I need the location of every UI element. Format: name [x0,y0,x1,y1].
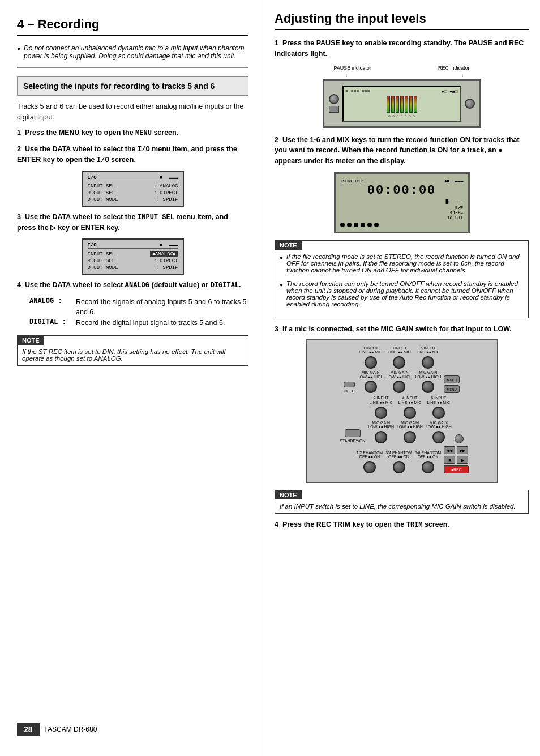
screen-1: I/O ■ ▬▬▬ INPUT SEL : ANALOG R.OUT SEL :… [82,171,184,207]
input3-label: 5 INPUTLINE ●● MIC [417,346,440,354]
pause-arrow: ↓ [345,72,348,78]
right-step-1: 1 Press the PAUSE key to enable recordin… [275,38,529,128]
lcd-scene-info: ≡ ≡≡≡ ≡≡≡ [346,89,370,94]
panel-col-nav [455,434,464,443]
big-lcd-display: TSCN00131 ●■ ▬▬▬ 00:00:00 ▐▌— — — BWF 44… [334,172,470,233]
panel-col-transport: ◀◀ ▶▶ ■ ▶ ●REC [444,446,478,473]
left-col-inner: 4 – Recording Do not connect an unbalanc… [17,17,248,736]
screen-2-row-2-value: : DIRECT [153,258,178,264]
mic-gain-5-label: MIC GAINLOW ●● HIGH [397,421,423,429]
note-bullet-1-text: If the file recording mode is set to STE… [286,253,524,274]
format-bits: 16 bit [447,215,464,220]
input2-label: 3 INPUTLINE ●● MIC [388,346,411,354]
dot6: ○ [409,114,411,118]
device-front-display: ≡ ≡≡≡ ≡≡≡ ●□ ●■□ [323,79,481,128]
meter-4 [400,96,404,113]
screen-1-row-3: D.OUT MODE : SPDIF [88,197,178,203]
play-btn: ▶ [457,456,468,464]
meter-3 [396,96,399,113]
lcd-format-info: BWF 44kHz 16 bit [340,205,464,220]
digital-row: DIGITAL : Record the digital input signa… [29,318,247,328]
phantom3-label: 5/6 PHANTOMOFF ●● ON [415,451,442,459]
step-1-label: 1 Press the MENU key to open the MENU sc… [17,127,248,138]
step-3: 3 Use the DATA wheel to select the INPUT… [17,212,248,233]
standby-btn [345,429,361,437]
digital-key: DIGITAL : [29,318,75,328]
rec-btn: ●REC [444,465,469,473]
mic-gain-4-knob [375,431,387,443]
transport-btns: ◀◀ ▶▶ ■ ▶ ●REC [444,446,478,473]
right-step-4-label: 4 Press the REC TRIM key to open the TRI… [275,519,529,530]
mic-gain-2-knob [393,381,405,393]
rec-indicator-label: REC indicator [438,65,470,71]
panel-col-input6: 6 INPUTLINE ●● MIC MIC GAINLOW ●● HIGH [426,396,452,443]
screen-2-row-3-value: : SPDIF [157,265,178,271]
panel-col-input5: 4 INPUTLINE ●● MIC MIC GAINLOW ●● HIGH [397,396,423,443]
analog-table: ANALOG : Record the signals of analog in… [28,296,248,330]
format-block: BWF 44kHz 16 bit [447,205,464,220]
note-bullet-1: If the file recording mode is set to STE… [280,253,524,274]
input3-knob [422,356,434,369]
hold-btn [344,382,355,387]
mic-gain-2-label: MIC GAINLOW ●● HIGH [387,370,413,379]
right-step-3: 3 If a mic is connected, set the MIC GAI… [275,324,529,483]
section-box: Selecting the inputs for recording to tr… [17,76,248,96]
right-step-4: 4 Press the REC TRIM key to open the TRI… [275,519,529,530]
dot-3 [354,223,358,227]
analog-value: Record the signals of analog inputs 5 an… [76,297,247,317]
dot1: ○ [388,114,391,118]
input2-knob [393,356,405,369]
input6-knob [432,407,445,419]
step-1: 1 Press the MENU key to open the MENU sc… [17,127,248,138]
rwd-btn: ◀◀ [444,446,455,454]
panel-col-input2: 3 INPUTLINE ●● MIC MIC GAINLOW ●● HIGH [387,346,413,394]
panel-col-input4: 2 INPUTLINE ●● MIC MIC GAINLOW ●● HIGH [368,396,394,443]
page: 4 – Recording Do not connect an unbalanc… [0,0,540,756]
step-4: 4 Use the DATA wheel to select ANALOG (d… [17,280,248,291]
phantom2-switch [393,461,405,473]
panel-col-standby: STANDBY/ON [340,429,365,443]
left-controls [329,94,339,113]
step-2-label: 2 Use the DATA wheel to select the I/O m… [17,144,248,165]
input1-knob [365,356,377,369]
lcd-top-line: ≡ ≡≡≡ ≡≡≡ ●□ ●■□ [346,89,458,94]
nav-up [455,434,464,443]
dot7: ○ [413,114,415,118]
panel-col-input1: 1 INPUTLINE ●● MIC MIC GAINLOW ●● HIGH [358,346,384,394]
analog-key: ANALOG : [29,297,75,317]
nav-buttons [455,434,464,443]
lcd-time: 00:00:00 [340,183,464,198]
dot-2 [347,223,352,227]
menu-btn: MENU [444,385,460,393]
format-bwf: BWF [455,205,463,210]
lcd-scene-number: TSCN00131 [340,178,365,183]
page-footer: 28 TASCAM DR-680 [17,723,97,736]
intro-text: Tracks 5 and 6 can be used to record eit… [17,101,248,123]
right-column: Adjusting the input levels 1 Press the P… [260,0,540,756]
lcd-meter-indicator: ▐▌— — — [444,199,464,204]
fwd-btn: ▶▶ [457,446,468,454]
input6-label: 6 INPUTLINE ●● MIC [427,396,450,404]
pause-indicator-label: PAUSE indicator [334,65,371,71]
screen-2: I/O ■ ▬▬▬ INPUT SEL ◀ANALOG▶ R.OUT SEL :… [82,238,184,275]
section-box-title: Selecting the inputs for recording to tr… [23,82,242,91]
hold-label: HOLD [344,389,354,394]
indicator-arrows: ↓ ↓ [323,72,481,79]
phantom1-switch [363,461,376,473]
brand-text: TASCAM DR-680 [40,725,97,733]
note-header-left: NOTE [18,336,44,345]
right-step-2-label: 2 Use the 1-6 and MIX keys to turn the r… [275,135,529,166]
mic-gain-4-label: MIC GAINLOW ●● HIGH [368,421,394,429]
note-content-right-2: If an INPUT switch is set to LINE, the c… [275,499,528,513]
device-panel-image: HOLD 1 INPUTLINE ●● MIC MIC GAINLOW ●● H… [306,339,498,484]
screen-1-row-3-label: D.OUT MODE [88,197,118,203]
right-step-2: 2 Use the 1-6 and MIX keys to turn the r… [275,135,529,233]
lcd-dots [340,223,464,227]
screen-2-row-2-label: R.OUT SEL [88,258,115,264]
lcd-meters [346,96,458,113]
indicator-labels: PAUSE indicator REC indicator [323,65,481,72]
panel-col-right: MULTI MENU [444,375,460,393]
note-box-right-1: NOTE If the file recording mode is set t… [275,240,529,318]
panel-col-hold: HOLD [344,382,355,394]
phantom3-switch [422,461,434,473]
